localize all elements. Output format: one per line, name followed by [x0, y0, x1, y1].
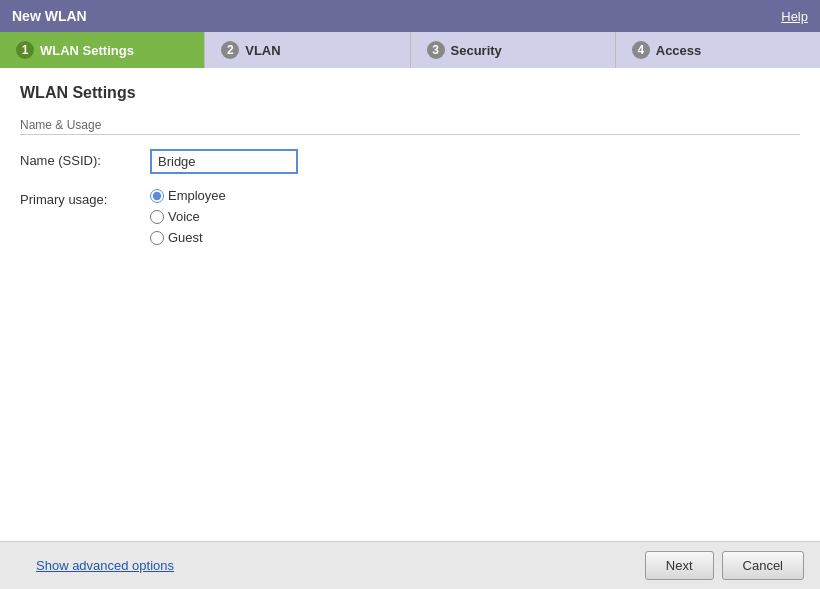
section-heading: WLAN Settings: [20, 84, 800, 102]
radio-employee-input[interactable]: [150, 189, 164, 203]
ssid-input[interactable]: [150, 149, 298, 174]
title-bar: New WLAN Help: [0, 0, 820, 32]
step-2-label: VLAN: [245, 43, 280, 58]
primary-usage-control: Employee Voice Guest: [150, 188, 226, 245]
radio-voice[interactable]: Voice: [150, 209, 226, 224]
radio-employee-label: Employee: [168, 188, 226, 203]
show-advanced-button[interactable]: Show advanced options: [16, 552, 194, 579]
name-ssid-control: [150, 149, 298, 174]
radio-guest-label: Guest: [168, 230, 203, 245]
page-title: New WLAN: [12, 8, 87, 24]
radio-employee[interactable]: Employee: [150, 188, 226, 203]
footer: Show advanced options Next Cancel: [0, 541, 820, 589]
step-1-num: 1: [16, 41, 34, 59]
radio-guest-input[interactable]: [150, 231, 164, 245]
step-2-num: 2: [221, 41, 239, 59]
form-section-name-usage: Name & Usage: [20, 118, 800, 135]
name-ssid-row: Name (SSID):: [20, 149, 800, 174]
radio-voice-label: Voice: [168, 209, 200, 224]
step-1[interactable]: 1 WLAN Settings: [0, 32, 204, 68]
step-4-num: 4: [632, 41, 650, 59]
help-link[interactable]: Help: [781, 9, 808, 24]
step-3-label: Security: [451, 43, 502, 58]
step-4-label: Access: [656, 43, 702, 58]
step-3-num: 3: [427, 41, 445, 59]
step-2[interactable]: 2 VLAN: [205, 32, 409, 68]
radio-guest[interactable]: Guest: [150, 230, 226, 245]
radio-voice-input[interactable]: [150, 210, 164, 224]
step-3[interactable]: 3 Security: [411, 32, 615, 68]
cancel-button[interactable]: Cancel: [722, 551, 804, 580]
primary-usage-label: Primary usage:: [20, 188, 150, 207]
step-1-label: WLAN Settings: [40, 43, 134, 58]
main-content: WLAN Settings Name & Usage Name (SSID): …: [0, 68, 820, 558]
step-4[interactable]: 4 Access: [616, 32, 820, 68]
next-button[interactable]: Next: [645, 551, 714, 580]
footer-buttons: Next Cancel: [645, 551, 804, 580]
steps-bar: 1 WLAN Settings 2 VLAN 3 Security 4 Acce…: [0, 32, 820, 68]
name-ssid-label: Name (SSID):: [20, 149, 150, 168]
primary-usage-row: Primary usage: Employee Voice Guest: [20, 188, 800, 245]
